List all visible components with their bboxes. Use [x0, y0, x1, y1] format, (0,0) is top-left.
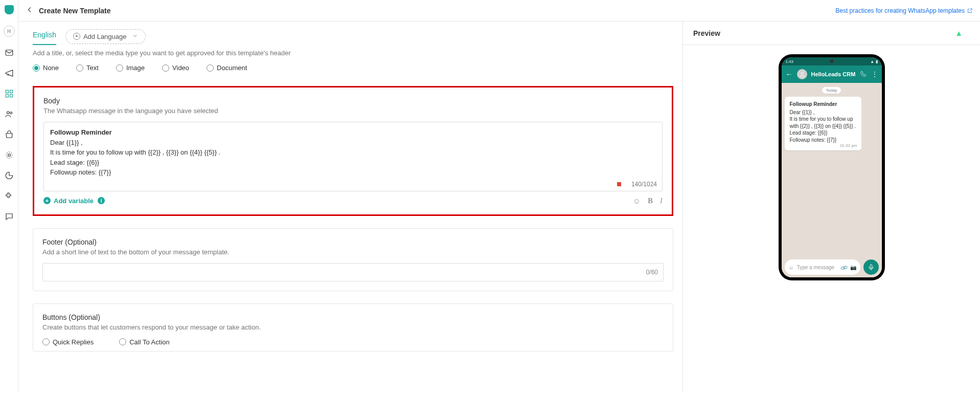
help-link[interactable]: Best practices for creating WhatsApp tem…	[835, 7, 973, 14]
footer-section-desc: Add a short line of text to the bottom o…	[42, 248, 664, 256]
radio-none[interactable]: None	[33, 64, 59, 72]
help-link-label: Best practices for creating WhatsApp tem…	[835, 7, 965, 14]
android-icon[interactable]: ▲	[955, 29, 963, 37]
wa-camera-icon: 📷	[850, 265, 856, 270]
external-link-icon	[967, 8, 973, 14]
message-title: Followup Reminder	[790, 101, 856, 108]
contact-name: HelloLeads CRM	[811, 71, 856, 77]
plus-circle-icon: +	[73, 33, 80, 40]
message-bubble: Followup Reminder Dear {{1}} , It is tim…	[785, 97, 861, 150]
chevron-down-icon	[132, 33, 138, 40]
campaigns-icon[interactable]	[5, 69, 14, 78]
header-media-radio-group: None Text Image Video Document	[33, 64, 673, 72]
wa-emoji-icon: ☺	[789, 265, 794, 270]
mail-icon[interactable]	[5, 48, 14, 57]
templates-icon[interactable]	[5, 89, 14, 98]
analytics-icon[interactable]	[5, 171, 14, 180]
radio-quick-replies[interactable]: Quick Replies	[42, 338, 94, 346]
wa-attach-icon: 🔗	[840, 263, 848, 271]
body-section-card: Body The Whatsapp message in the languag…	[33, 86, 673, 216]
settings-icon[interactable]	[5, 150, 14, 160]
footer-char-count: 0/60	[646, 269, 658, 276]
wa-input-placeholder: Type a message	[797, 265, 838, 270]
footer-input[interactable]	[43, 264, 663, 281]
body-textarea[interactable]: Followup Reminder Dear {{1}} , It is tim…	[44, 122, 662, 191]
svg-point-6	[10, 112, 12, 114]
back-arrow-icon[interactable]	[26, 6, 34, 15]
bold-icon[interactable]: B	[648, 196, 653, 205]
preview-title: Preview	[693, 29, 720, 37]
wa-mic-button[interactable]	[863, 259, 879, 275]
radio-image[interactable]: Image	[116, 64, 145, 72]
whatsapp-header: ← HelloLeads CRM ⋮	[782, 66, 882, 83]
contact-avatar	[797, 69, 807, 79]
svg-rect-3	[6, 95, 8, 97]
wa-back-icon[interactable]: ←	[786, 70, 793, 78]
topbar: Create New Template Best practices for c…	[18, 0, 980, 21]
add-language-button[interactable]: + Add Language	[65, 29, 146, 44]
radio-call-to-action[interactable]: Call To Action	[119, 338, 170, 346]
radio-document-label: Document	[217, 64, 247, 72]
more-icon[interactable]: ⋮	[872, 71, 878, 78]
radio-image-label: Image	[126, 64, 145, 72]
header-section-desc: Add a title, or, select the media type y…	[33, 49, 673, 57]
chat-icon[interactable]	[5, 212, 14, 221]
buttons-section-title: Buttons (Optional)	[42, 313, 664, 321]
footer-section-title: Footer (Optional)	[42, 238, 664, 246]
add-variable-button[interactable]: + Add variable i	[43, 197, 105, 205]
language-tab-english[interactable]: English	[33, 28, 56, 45]
phone-notch	[830, 59, 833, 63]
info-icon: i	[98, 197, 105, 204]
svg-point-7	[8, 154, 10, 157]
lang-indicator-icon	[617, 182, 621, 186]
message-body: Dear {{1}} , It is time for you to follo…	[790, 109, 856, 144]
svg-rect-0	[6, 50, 13, 56]
brand-logo	[5, 5, 14, 14]
add-variable-label: Add variable	[54, 197, 94, 205]
svg-rect-4	[10, 95, 12, 97]
body-content-title: Followup Reminder	[50, 128, 112, 136]
radio-quick-replies-label: Quick Replies	[53, 338, 94, 346]
workspace-avatar[interactable]: H	[4, 26, 15, 37]
emoji-icon[interactable]: ☺	[633, 196, 641, 205]
wa-input[interactable]: ☺ Type a message 🔗 📷	[785, 259, 860, 275]
svg-rect-2	[10, 90, 12, 93]
svg-rect-9	[870, 265, 872, 268]
radio-text[interactable]: Text	[76, 64, 99, 72]
phone-mockup: 1:43 ▲ ▮ ← HelloLeads CRM ⋮	[779, 54, 885, 280]
shop-icon[interactable]	[5, 130, 14, 139]
plus-icon: +	[43, 197, 51, 204]
radio-video-label: Video	[172, 64, 189, 72]
footer-section-card: Footer (Optional) Add a short line of te…	[33, 228, 673, 291]
buttons-section-desc: Create buttons that let customers respon…	[42, 323, 664, 331]
add-language-label: Add Language	[83, 33, 127, 40]
svg-rect-1	[6, 90, 8, 93]
buttons-section-card: Buttons (Optional) Create buttons that l…	[33, 303, 673, 352]
radio-video[interactable]: Video	[162, 64, 189, 72]
page-title: Create New Template	[39, 7, 111, 15]
sidebar: H	[0, 0, 18, 393]
call-icon[interactable]	[860, 71, 867, 78]
svg-point-5	[7, 112, 9, 114]
radio-none-label: None	[43, 64, 59, 72]
radio-text-label: Text	[86, 64, 99, 72]
today-pill: Today	[822, 87, 841, 94]
integrations-icon[interactable]	[5, 191, 14, 201]
body-char-count: 140/1024	[617, 181, 657, 188]
message-time: 01:32 pm	[840, 143, 857, 149]
body-content-lines: Dear {{1}} , It is time for you to follo…	[50, 139, 220, 177]
radio-call-to-action-label: Call To Action	[129, 338, 170, 346]
italic-icon[interactable]: I	[660, 196, 663, 205]
body-section-title: Body	[43, 97, 663, 105]
body-section-desc: The Whatsapp message in the language you…	[43, 107, 663, 115]
contacts-icon[interactable]	[5, 110, 14, 119]
svg-point-8	[801, 72, 803, 74]
radio-document[interactable]: Document	[207, 64, 247, 72]
